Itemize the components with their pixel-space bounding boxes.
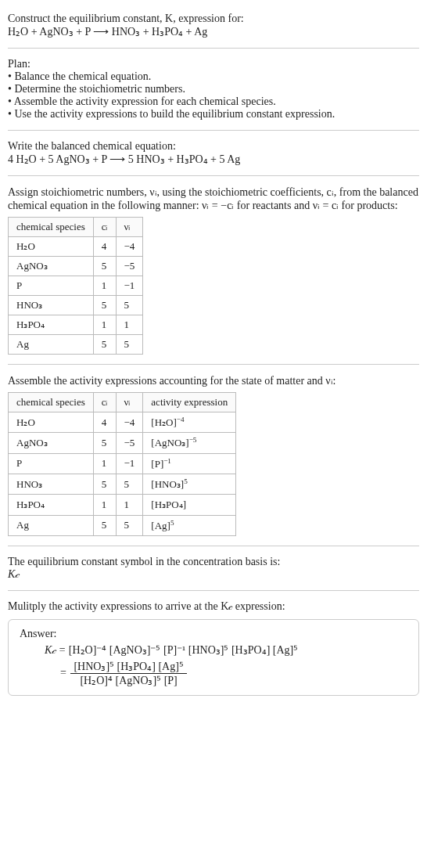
divider — [8, 175, 419, 176]
cell-vi: −4 — [116, 412, 143, 433]
activity-base: [AgNO₃] — [151, 438, 188, 449]
activity-section: Assemble the activity expressions accoun… — [8, 368, 419, 542]
activity-base: [H₂O] — [151, 416, 176, 428]
activity-exp: −4 — [177, 416, 185, 423]
col-vi: νᵢ — [116, 218, 143, 237]
cell-species: AgNO₃ — [9, 433, 94, 453]
cell-species: H₃PO₄ — [9, 315, 94, 335]
balanced-equation: 4 H₂O + 5 AgNO₃ + P ⟶ 5 HNO₃ + H₃PO₄ + 5… — [8, 153, 419, 166]
divider — [8, 364, 419, 365]
table-row: H₃PO₄ 1 1 — [9, 315, 143, 335]
cell-ci: 5 — [93, 474, 116, 494]
cell-vi: 1 — [116, 315, 143, 335]
answer-label: Answer: — [20, 628, 407, 640]
answer-equation-fraction: = [HNO₃]⁵ [H₃PO₄] [Ag]⁵ [H₂O]⁴ [AgNO₃]⁵ … — [60, 660, 407, 687]
activity-table: chemical species cᵢ νᵢ activity expressi… — [8, 392, 236, 536]
cell-activity: [AgNO₃]−5 — [143, 433, 236, 453]
cell-species: Ag — [9, 515, 94, 535]
cell-ci: 5 — [93, 296, 116, 315]
stoich-section: Assign stoichiometric numbers, νᵢ, using… — [8, 179, 419, 361]
plan-section: Plan: • Balance the chemical equation. •… — [8, 52, 419, 127]
cell-species: HNO₃ — [9, 296, 94, 315]
table-row: H₂O 4 −4 — [9, 237, 143, 257]
cell-ci: 1 — [93, 495, 116, 515]
cell-ci: 5 — [93, 433, 116, 453]
plan-item: • Use the activity expressions to build … — [8, 108, 419, 121]
cell-ci: 1 — [93, 315, 116, 335]
activity-base: [P] — [151, 458, 163, 470]
answer-box: Answer: K𝒸 = [H₂O]⁻⁴ [AgNO₃]⁻⁵ [P]⁻¹ [HN… — [8, 619, 419, 696]
activity-exp: 5 — [170, 519, 174, 527]
divider — [8, 130, 419, 131]
table-header-row: chemical species cᵢ νᵢ activity expressi… — [9, 393, 236, 412]
plan-item: • Determine the stoichiometric numbers. — [8, 83, 419, 95]
divider — [8, 590, 419, 591]
activity-base: [Ag] — [151, 520, 170, 531]
table-row: H₂O 4 −4 [H₂O]−4 — [9, 412, 236, 433]
activity-exp: −1 — [163, 457, 171, 465]
balanced-heading: Write the balanced chemical equation: — [8, 140, 419, 153]
table-row: P 1 −1 [P]−1 — [9, 453, 236, 474]
activity-base: [H₃PO₄] — [151, 499, 186, 511]
activity-exp: 5 — [184, 477, 188, 485]
table-row: Ag 5 5 — [9, 335, 143, 355]
cell-vi: −1 — [116, 276, 143, 296]
col-species: chemical species — [9, 393, 94, 412]
col-vi: νᵢ — [116, 393, 143, 412]
cell-species: P — [9, 276, 94, 296]
col-activity: activity expression — [143, 393, 236, 412]
activity-exp: −5 — [189, 436, 197, 444]
col-ci: cᵢ — [93, 218, 116, 237]
answer-equation-flat: K𝒸 = [H₂O]⁻⁴ [AgNO₃]⁻⁵ [P]⁻¹ [HNO₃]⁵ [H₃… — [45, 643, 407, 657]
activity-heading: Assemble the activity expressions accoun… — [8, 374, 419, 387]
cell-vi: −1 — [116, 453, 143, 474]
divider — [8, 546, 419, 546]
cell-ci: 5 — [93, 515, 116, 535]
plan-item: • Balance the chemical equation. — [8, 70, 419, 83]
kc-symbol-text: The equilibrium constant symbol in the c… — [8, 556, 419, 568]
fraction-denominator: [H₂O]⁴ [AgNO₃]⁵ [P] — [70, 674, 186, 687]
cell-species: H₂O — [9, 412, 94, 433]
cell-vi: 5 — [116, 296, 143, 315]
intro-line: Construct the equilibrium constant, K, e… — [8, 13, 419, 25]
table-row: AgNO₃ 5 −5 [AgNO₃]−5 — [9, 433, 236, 453]
table-row: H₃PO₄ 1 1 [H₃PO₄] — [9, 495, 236, 515]
table-row: Ag 5 5 [Ag]5 — [9, 515, 236, 535]
table-header-row: chemical species cᵢ νᵢ — [9, 218, 143, 237]
cell-vi: 5 — [116, 474, 143, 494]
cell-vi: 1 — [116, 495, 143, 515]
cell-ci: 4 — [93, 237, 116, 257]
table-row: HNO₃ 5 5 [HNO₃]5 — [9, 474, 236, 494]
intro-text: Construct the equilibrium constant, K, e… — [8, 13, 244, 24]
plan-item: • Assemble the activity expression for e… — [8, 95, 419, 108]
table-row: HNO₃ 5 5 — [9, 296, 143, 315]
kc-lhs: K𝒸 = — [45, 644, 69, 656]
cell-activity: [H₃PO₄] — [143, 495, 236, 515]
eq-prefix: = — [60, 667, 69, 679]
kc-symbol: K𝒸 — [8, 568, 419, 581]
col-species: chemical species — [9, 218, 94, 237]
cell-species: P — [9, 453, 94, 474]
cell-vi: 5 — [116, 335, 143, 355]
cell-vi: −5 — [116, 257, 143, 276]
cell-vi: −5 — [116, 433, 143, 453]
cell-ci: 4 — [93, 412, 116, 433]
intro-section: Construct the equilibrium constant, K, e… — [8, 6, 419, 45]
cell-species: HNO₃ — [9, 474, 94, 494]
fraction-numerator: [HNO₃]⁵ [H₃PO₄] [Ag]⁵ — [70, 660, 186, 674]
cell-vi: −4 — [116, 237, 143, 257]
cell-species: H₂O — [9, 237, 94, 257]
cell-species: Ag — [9, 335, 94, 355]
cell-activity: [H₂O]−4 — [143, 412, 236, 433]
plan-heading: Plan: — [8, 58, 419, 70]
col-ci: cᵢ — [93, 393, 116, 412]
fraction: [HNO₃]⁵ [H₃PO₄] [Ag]⁵ [H₂O]⁴ [AgNO₃]⁵ [P… — [70, 660, 186, 687]
kc-symbol-section: The equilibrium constant symbol in the c… — [8, 549, 419, 587]
table-row: P 1 −1 — [9, 276, 143, 296]
cell-activity: [HNO₃]5 — [143, 474, 236, 494]
cell-ci: 1 — [93, 453, 116, 474]
stoich-text: Assign stoichiometric numbers, νᵢ, using… — [8, 185, 419, 212]
cell-ci: 5 — [93, 335, 116, 355]
balanced-section: Write the balanced chemical equation: 4 … — [8, 134, 419, 172]
multiply-heading: Mulitply the activity expressions to arr… — [8, 600, 419, 613]
